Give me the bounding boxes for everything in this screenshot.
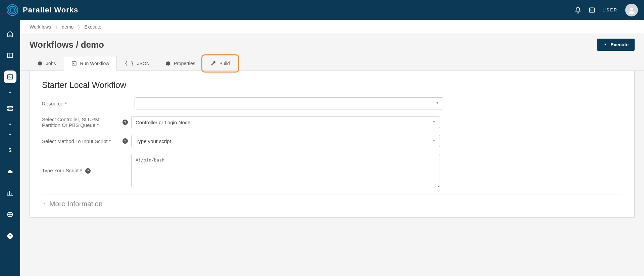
- braces-icon: { }: [125, 60, 134, 66]
- tab-properties[interactable]: Properties: [157, 56, 203, 71]
- more-information-toggle[interactable]: More Information: [42, 194, 622, 208]
- svg-text:?: ?: [9, 234, 11, 238]
- label-resource: Resource *: [42, 101, 119, 106]
- breadcrumb: Workflows ❭ demo ❭ Execute: [20, 20, 644, 34]
- user-avatar[interactable]: [625, 4, 638, 16]
- sidebar: ?: [0, 20, 20, 276]
- wrench-icon: [211, 61, 216, 66]
- panel-title: Starter Local Workflow: [42, 80, 622, 90]
- tab-json[interactable]: { } JSON: [117, 56, 157, 71]
- tab-run-workflow[interactable]: Run Workflow: [64, 56, 117, 71]
- svg-point-1: [9, 6, 16, 14]
- tab-build[interactable]: Build: [203, 56, 238, 71]
- app-header: Parallel Works USER: [0, 0, 644, 20]
- breadcrumb-item[interactable]: demo: [62, 24, 73, 30]
- svg-text:i: i: [40, 62, 40, 65]
- main-content: Workflows ❭ demo ❭ Execute Workflows / d…: [20, 20, 644, 276]
- run-icon: [603, 42, 608, 47]
- breadcrumb-sep-icon: ❭: [54, 24, 58, 30]
- form-panel: Starter Local Workflow Resource * Select…: [30, 71, 635, 218]
- user-label: USER: [603, 8, 618, 12]
- svg-point-9: [8, 107, 9, 107]
- sidebar-item-storage[interactable]: [4, 102, 16, 115]
- svg-rect-5: [8, 53, 13, 57]
- title-row: Workflows / demo Execute: [20, 34, 644, 56]
- tab-label: Properties: [174, 61, 195, 66]
- sidebar-item-analytics[interactable]: [4, 187, 16, 199]
- row-controller: Select Controller, SLURM Partition Or PB…: [42, 116, 622, 128]
- sidebar-dot: [9, 124, 11, 125]
- label-controller: Select Controller, SLURM Partition Or PB…: [42, 117, 119, 128]
- row-resource: Resource *: [42, 97, 622, 109]
- execute-button[interactable]: Execute: [597, 39, 635, 51]
- brand-text: Parallel Works: [23, 6, 78, 14]
- sidebar-item-help[interactable]: ?: [4, 230, 16, 242]
- select-method[interactable]: Type your script: [131, 135, 440, 147]
- help-icon[interactable]: ?: [122, 138, 128, 144]
- avatar-icon: [627, 6, 636, 14]
- sidebar-item-terminal[interactable]: [4, 71, 16, 83]
- sidebar-item-home[interactable]: [4, 28, 16, 40]
- page-title: Workflows / demo: [30, 40, 104, 50]
- terminal-icon: [71, 61, 77, 66]
- sidebar-item-billing[interactable]: [4, 144, 16, 156]
- header-right: USER: [575, 4, 638, 16]
- breadcrumb-item[interactable]: Workflows: [30, 24, 51, 30]
- tabs: i Jobs Run Workflow { } JSON Properties …: [20, 56, 644, 71]
- svg-point-4: [630, 7, 633, 10]
- tab-label: JSON: [137, 61, 150, 66]
- row-script: Type Your Script * ?: [42, 154, 622, 187]
- help-icon[interactable]: ?: [122, 120, 128, 125]
- more-info-label: More Information: [49, 200, 103, 208]
- execute-button-label: Execute: [610, 42, 629, 47]
- info-icon: i: [37, 61, 43, 66]
- tab-jobs[interactable]: i Jobs: [30, 56, 64, 71]
- textarea-script[interactable]: [131, 154, 440, 187]
- tab-label: Build: [219, 61, 230, 66]
- svg-rect-16: [72, 62, 76, 65]
- bell-icon[interactable]: [575, 7, 581, 13]
- svg-point-2: [10, 8, 14, 12]
- chevron-right-icon: [42, 201, 47, 206]
- svg-point-10: [8, 109, 9, 110]
- svg-rect-6: [8, 75, 13, 79]
- row-method: Select Method To Input Script * ? Type y…: [42, 135, 622, 147]
- select-controller[interactable]: Controller or Login Node: [131, 116, 440, 128]
- logo-spiral-icon: [6, 4, 19, 16]
- terminal-icon[interactable]: [589, 7, 595, 13]
- breadcrumb-item[interactable]: Execute: [84, 24, 101, 30]
- breadcrumb-sep-icon: ❭: [77, 24, 81, 30]
- label-script: Type Your Script * ?: [42, 168, 119, 174]
- svg-rect-3: [589, 8, 594, 12]
- logo-area[interactable]: Parallel Works: [6, 4, 78, 16]
- gear-icon: [165, 61, 170, 66]
- label-method: Select Method To Input Script *: [42, 138, 119, 144]
- tab-label: Jobs: [46, 61, 56, 66]
- tab-label: Run Workflow: [80, 61, 109, 66]
- sidebar-dot: [9, 134, 11, 135]
- help-icon[interactable]: ?: [85, 168, 91, 174]
- sidebar-dot: [9, 92, 11, 93]
- sidebar-item-cloud[interactable]: [4, 165, 16, 178]
- sidebar-item-panel[interactable]: [4, 49, 16, 62]
- select-resource[interactable]: [135, 97, 443, 109]
- sidebar-item-globe[interactable]: [4, 208, 16, 221]
